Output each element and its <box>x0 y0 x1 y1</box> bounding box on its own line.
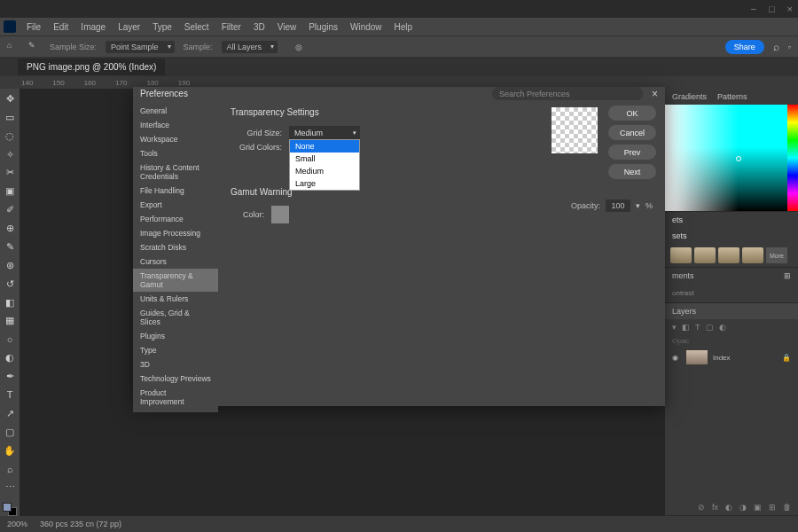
type-tool-icon[interactable]: T <box>3 388 17 402</box>
prefs-category-performance[interactable]: Performance <box>133 212 218 226</box>
link-layers-icon[interactable]: ⊘ <box>698 503 705 512</box>
eraser-tool-icon[interactable]: ◧ <box>3 296 17 309</box>
gamut-opacity-input[interactable]: 100 <box>606 200 630 212</box>
layer-filter-icon[interactable]: ▢ <box>706 323 714 332</box>
prefs-category-export[interactable]: Export <box>133 198 218 212</box>
sample-select[interactable]: All Layers <box>222 41 278 53</box>
menu-filter[interactable]: Filter <box>216 20 246 34</box>
prefs-category-plugins[interactable]: Plugins <box>133 329 218 343</box>
history-brush-icon[interactable]: ↺ <box>3 278 17 291</box>
layer-filter-icon[interactable]: T <box>695 323 700 332</box>
prefs-category-tools[interactable]: Tools <box>133 146 218 160</box>
color-swatches[interactable] <box>3 503 17 516</box>
ok-button[interactable]: OK <box>608 106 656 121</box>
menu-3d[interactable]: 3D <box>248 20 270 34</box>
new-layer-icon[interactable]: ⊞ <box>769 503 776 512</box>
color-field[interactable] <box>665 105 787 211</box>
adjustment-layer-icon[interactable]: ◑ <box>739 503 747 512</box>
crop-tool-icon[interactable]: ✂ <box>3 167 17 180</box>
prefs-category-type[interactable]: Type <box>133 343 218 357</box>
prefs-category-workspace[interactable]: Workspace <box>133 132 218 146</box>
menu-file[interactable]: File <box>21 20 46 34</box>
gradient-tool-icon[interactable]: ▦ <box>3 315 17 328</box>
stamp-tool-icon[interactable]: ⊛ <box>3 259 17 272</box>
prefs-category-scratch-disks[interactable]: Scratch Disks <box>133 240 218 254</box>
edit-toolbar-icon[interactable]: ⋯ <box>3 481 17 494</box>
adjustment-item[interactable]: ontrast <box>665 284 798 302</box>
opacity-stepper-icon[interactable]: ▾ <box>636 201 640 210</box>
tab-gradients[interactable]: Gradients <box>672 92 707 101</box>
zoom-level[interactable]: 200% <box>7 520 27 528</box>
eyedropper-tool-icon[interactable]: ✐ <box>3 203 17 216</box>
prefs-category-image-processing[interactable]: Image Processing <box>133 226 218 240</box>
prefs-category-product-improvement[interactable]: Product Improvement <box>133 386 218 409</box>
prefs-category-technology-previews[interactable]: Technology Previews <box>133 372 218 386</box>
grid-size-option-large[interactable]: Large <box>290 177 359 190</box>
preset-thumb[interactable] <box>742 247 763 263</box>
blur-tool-icon[interactable]: ○ <box>3 332 17 346</box>
delete-layer-icon[interactable]: 🗑 <box>783 503 791 512</box>
marquee-tool-icon[interactable]: ▭ <box>3 111 17 124</box>
pen-tool-icon[interactable]: ✒ <box>3 370 17 383</box>
grid-view-icon[interactable]: ⊞ <box>784 271 791 280</box>
preset-thumb[interactable] <box>718 247 739 263</box>
cancel-button[interactable]: Cancel <box>608 125 656 140</box>
menu-select[interactable]: Select <box>179 20 215 34</box>
zoom-tool-icon[interactable]: ⌕ <box>3 463 17 476</box>
heal-tool-icon[interactable]: ⊕ <box>3 222 17 235</box>
preset-thumb[interactable] <box>670 247 692 263</box>
preset-thumb[interactable] <box>694 247 716 263</box>
gamut-color-swatch[interactable] <box>271 206 289 223</box>
eyedropper-icon[interactable]: ✎ <box>28 41 41 53</box>
lock-icon[interactable]: 🔒 <box>782 354 791 362</box>
menu-type[interactable]: Type <box>147 20 177 34</box>
layer-row[interactable]: ◉ Index 🔒 <box>665 347 798 368</box>
frame-tool-icon[interactable]: ▣ <box>3 184 17 198</box>
dodge-tool-icon[interactable]: ◐ <box>3 351 17 364</box>
path-tool-icon[interactable]: ↗ <box>3 407 17 420</box>
menu-help[interactable]: Help <box>389 20 419 34</box>
menu-layer[interactable]: Layer <box>113 20 145 34</box>
prefs-category-history-content-credentials[interactable]: History & Content Credentials <box>133 160 218 184</box>
group-icon[interactable]: ▣ <box>754 503 762 512</box>
prefs-category-units-rulers[interactable]: Units & Rulers <box>133 292 218 306</box>
grid-size-dropdown[interactable]: Medium NoneSmallMediumLarge <box>289 126 360 139</box>
foreground-color-swatch[interactable] <box>3 503 12 512</box>
document-info[interactable]: 360 pcs 235 cn (72 pp) <box>40 520 121 528</box>
menu-image[interactable]: Image <box>75 20 111 34</box>
sample-size-select[interactable]: Point Sample <box>106 41 175 53</box>
document-tab[interactable]: PNG image.png @ 200% (Index) <box>18 59 165 75</box>
layer-filter-icon[interactable]: ▾ <box>672 323 677 332</box>
layer-name-label[interactable]: Index <box>713 354 731 362</box>
grid-size-option-none[interactable]: None <box>290 140 359 153</box>
prefs-category-transparency-gamut[interactable]: Transparency & Gamut <box>133 269 218 292</box>
grid-size-option-medium[interactable]: Medium <box>290 165 359 177</box>
prefs-category-file-handling[interactable]: File Handling <box>133 184 218 198</box>
minimize-button[interactable]: − <box>750 4 755 14</box>
layer-mask-icon[interactable]: ◐ <box>725 503 732 512</box>
close-window-button[interactable]: × <box>787 4 793 14</box>
prefs-category-interface[interactable]: Interface <box>133 118 218 132</box>
preset-more-button[interactable]: More <box>766 247 787 263</box>
layer-style-icon[interactable]: fx <box>712 503 718 512</box>
color-picker-ring[interactable] <box>736 156 741 161</box>
menu-edit[interactable]: Edit <box>48 20 74 34</box>
prefs-category-3d[interactable]: 3D <box>133 357 218 372</box>
shape-tool-icon[interactable]: ▢ <box>3 426 17 439</box>
prefs-category-general[interactable]: General <box>133 104 218 118</box>
share-button[interactable]: Share <box>725 40 764 54</box>
color-picker[interactable] <box>665 105 798 211</box>
layer-thumbnail[interactable] <box>686 350 708 364</box>
prev-button[interactable]: Prev <box>608 145 656 160</box>
search-preferences-input[interactable]: Search Preferences <box>492 87 643 100</box>
lasso-tool-icon[interactable]: ◌ <box>3 129 17 143</box>
maximize-button[interactable]: □ <box>769 4 775 14</box>
menu-view[interactable]: View <box>272 20 302 34</box>
home-icon[interactable]: ⌂ <box>7 41 20 53</box>
move-tool-icon[interactable]: ✥ <box>3 92 17 106</box>
tab-patterns[interactable]: Patterns <box>717 92 747 101</box>
visibility-toggle-icon[interactable]: ◉ <box>672 354 681 362</box>
sample-ring-icon[interactable]: ◎ <box>295 43 302 51</box>
search-icon[interactable]: ⌕ <box>773 41 779 53</box>
wand-tool-icon[interactable]: ✧ <box>3 148 17 161</box>
